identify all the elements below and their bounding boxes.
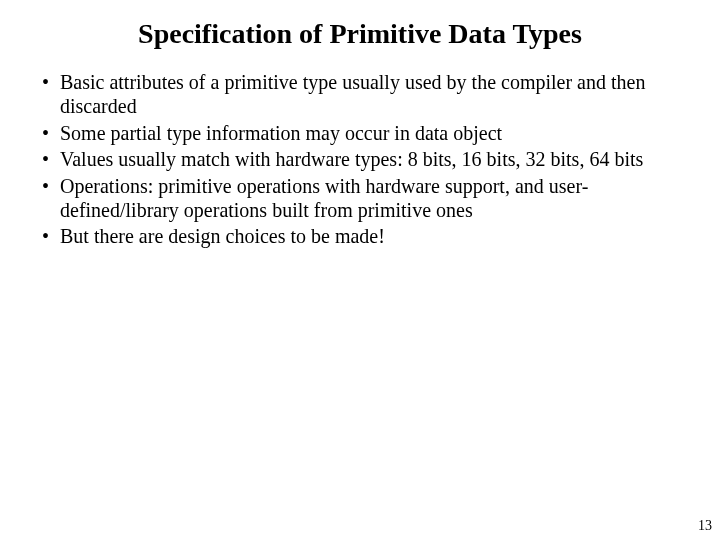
slide-title: Specification of Primitive Data Types bbox=[0, 0, 720, 70]
list-item: Some partial type information may occur … bbox=[36, 121, 690, 145]
list-item: But there are design choices to be made! bbox=[36, 224, 690, 248]
slide: Specification of Primitive Data Types Ba… bbox=[0, 0, 720, 540]
list-item: Operations: primitive operations with ha… bbox=[36, 174, 690, 223]
slide-content: Basic attributes of a primitive type usu… bbox=[0, 70, 720, 249]
list-item: Basic attributes of a primitive type usu… bbox=[36, 70, 690, 119]
page-number: 13 bbox=[698, 518, 712, 534]
list-item: Values usually match with hardware types… bbox=[36, 147, 690, 171]
bullet-list: Basic attributes of a primitive type usu… bbox=[36, 70, 690, 249]
